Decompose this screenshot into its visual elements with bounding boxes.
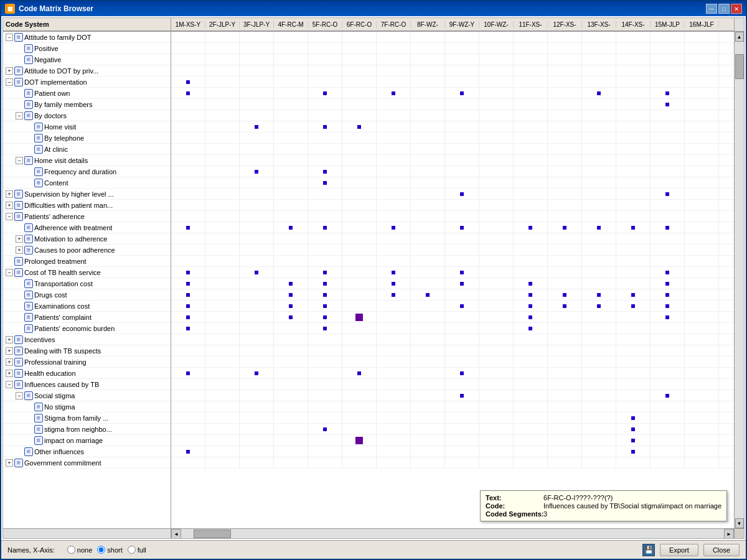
data-cell[interactable] bbox=[342, 99, 377, 110]
data-cell[interactable] bbox=[205, 200, 240, 210]
data-cell[interactable] bbox=[445, 345, 479, 356]
data-cell[interactable] bbox=[377, 54, 411, 65]
data-cell[interactable] bbox=[548, 357, 582, 367]
data-cell[interactable] bbox=[411, 166, 445, 177]
data-cell[interactable] bbox=[171, 233, 205, 244]
data-cell[interactable] bbox=[274, 245, 308, 255]
data-cell[interactable] bbox=[514, 77, 548, 87]
data-cell[interactable] bbox=[240, 357, 274, 367]
data-cell[interactable] bbox=[479, 278, 514, 289]
data-cell[interactable] bbox=[240, 166, 274, 177]
data-cell[interactable] bbox=[651, 133, 685, 143]
data-cell[interactable] bbox=[616, 200, 651, 210]
data-cell[interactable] bbox=[171, 368, 205, 378]
data-cell[interactable] bbox=[205, 99, 240, 110]
data-cell[interactable] bbox=[411, 133, 445, 143]
data-cell[interactable] bbox=[548, 32, 582, 42]
data-cell[interactable] bbox=[411, 390, 445, 401]
tree-row[interactable]: ≡impact on marriage bbox=[3, 435, 171, 446]
data-cell[interactable] bbox=[308, 345, 342, 356]
data-cell[interactable] bbox=[582, 323, 616, 334]
tree-row[interactable]: ≡Drugs cost bbox=[3, 289, 171, 301]
data-cell[interactable] bbox=[411, 233, 445, 244]
data-cell[interactable] bbox=[240, 77, 274, 87]
data-cell[interactable] bbox=[274, 267, 308, 278]
tree-row[interactable]: ≡At clinic bbox=[3, 144, 171, 155]
data-cell[interactable] bbox=[616, 267, 651, 278]
data-cell[interactable] bbox=[308, 379, 342, 390]
data-cell[interactable] bbox=[205, 144, 240, 154]
data-cell[interactable] bbox=[308, 357, 342, 367]
data-cell[interactable] bbox=[377, 155, 411, 166]
data-cell[interactable] bbox=[479, 345, 514, 356]
data-cell[interactable] bbox=[548, 446, 582, 457]
data-cell[interactable] bbox=[651, 77, 685, 87]
data-cell[interactable] bbox=[685, 133, 719, 143]
data-cell[interactable] bbox=[377, 457, 411, 468]
data-cell[interactable] bbox=[342, 379, 377, 390]
data-cell[interactable] bbox=[342, 65, 377, 76]
expand-icon[interactable]: + bbox=[6, 358, 13, 366]
data-cell[interactable] bbox=[548, 323, 582, 334]
data-cell[interactable] bbox=[308, 278, 342, 289]
data-cell[interactable] bbox=[342, 289, 377, 300]
data-cell[interactable] bbox=[616, 211, 651, 222]
data-cell[interactable] bbox=[411, 413, 445, 423]
data-cell[interactable] bbox=[445, 200, 479, 210]
data-cell[interactable] bbox=[411, 54, 445, 65]
data-cell[interactable] bbox=[616, 334, 651, 345]
data-cell[interactable] bbox=[548, 99, 582, 110]
data-cell[interactable] bbox=[651, 65, 685, 76]
data-cell[interactable] bbox=[548, 401, 582, 412]
data-cell[interactable] bbox=[445, 121, 479, 132]
tree-row[interactable]: −≡Social stigma bbox=[3, 390, 171, 401]
data-cell[interactable] bbox=[514, 99, 548, 110]
data-cell[interactable] bbox=[240, 267, 274, 278]
data-cell[interactable] bbox=[514, 289, 548, 300]
data-cell[interactable] bbox=[308, 446, 342, 457]
data-cell[interactable] bbox=[685, 155, 719, 166]
data-cell[interactable] bbox=[651, 189, 685, 199]
data-cell[interactable] bbox=[479, 166, 514, 177]
data-cell[interactable] bbox=[274, 121, 308, 132]
data-cell[interactable] bbox=[616, 345, 651, 356]
data-cell[interactable] bbox=[582, 155, 616, 166]
data-cell[interactable] bbox=[685, 211, 719, 222]
data-cell[interactable] bbox=[548, 278, 582, 289]
data-cell[interactable] bbox=[479, 110, 514, 121]
data-cell[interactable] bbox=[342, 457, 377, 468]
data-cell[interactable] bbox=[685, 312, 719, 322]
data-cell[interactable] bbox=[685, 267, 719, 278]
data-cell[interactable] bbox=[514, 200, 548, 210]
data-cell[interactable] bbox=[171, 256, 205, 266]
data-cell[interactable] bbox=[616, 245, 651, 255]
data-cell[interactable] bbox=[548, 222, 582, 233]
data-cell[interactable] bbox=[582, 144, 616, 154]
data-cell[interactable] bbox=[479, 256, 514, 266]
data-cell[interactable] bbox=[411, 301, 445, 311]
data-cell[interactable] bbox=[479, 424, 514, 434]
data-cell[interactable] bbox=[171, 32, 205, 42]
data-cell[interactable] bbox=[205, 435, 240, 446]
data-cell[interactable] bbox=[582, 334, 616, 345]
data-cell[interactable] bbox=[240, 368, 274, 378]
expand-icon[interactable]: + bbox=[6, 370, 13, 377]
data-cell[interactable] bbox=[411, 424, 445, 434]
data-cell[interactable] bbox=[582, 133, 616, 143]
tree-row[interactable]: −≡DOT implementation bbox=[3, 77, 171, 88]
data-cell[interactable] bbox=[479, 233, 514, 244]
data-cell[interactable] bbox=[377, 233, 411, 244]
data-cell[interactable] bbox=[171, 99, 205, 110]
data-cell[interactable] bbox=[308, 200, 342, 210]
data-cell[interactable] bbox=[548, 379, 582, 390]
tree-row[interactable]: ≡Patient own bbox=[3, 88, 171, 99]
data-cell[interactable] bbox=[548, 301, 582, 311]
data-cell[interactable] bbox=[205, 413, 240, 423]
data-cell[interactable] bbox=[308, 144, 342, 154]
data-cell[interactable] bbox=[651, 446, 685, 457]
data-cell[interactable] bbox=[685, 278, 719, 289]
data-cell[interactable] bbox=[445, 289, 479, 300]
data-cell[interactable] bbox=[240, 390, 274, 401]
data-cell[interactable] bbox=[240, 110, 274, 121]
data-cell[interactable] bbox=[377, 43, 411, 54]
